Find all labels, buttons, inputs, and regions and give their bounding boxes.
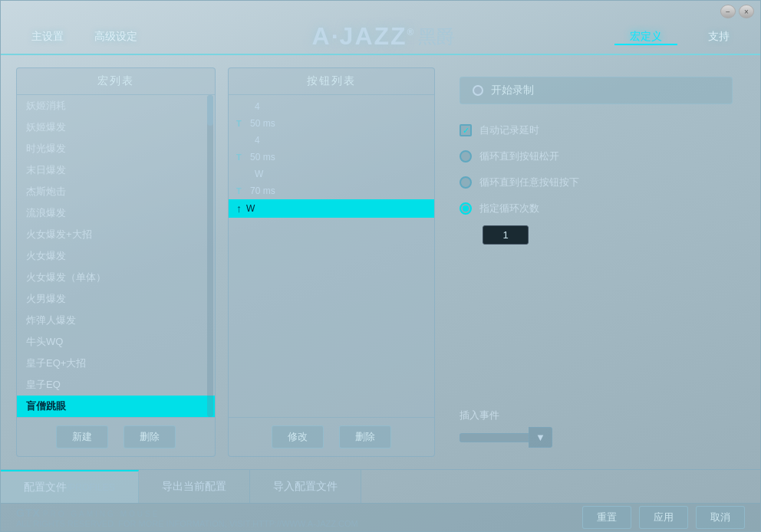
button-panel: 按钮列表 4T50 ms4T50 msWT70 ms↑W 修改 删除 bbox=[228, 67, 435, 457]
loop-anykey-radio[interactable] bbox=[460, 176, 472, 189]
logo-area: A·JAZZ® 黑爵 bbox=[153, 22, 614, 51]
profiles-tab-label: 配置文件 bbox=[24, 481, 67, 494]
button-delete-button[interactable]: 删除 bbox=[339, 425, 391, 448]
macro-new-button[interactable]: 新建 bbox=[56, 425, 108, 448]
button-list-item-label: W bbox=[246, 203, 255, 214]
button-list-item[interactable]: 4 bbox=[229, 98, 434, 115]
apply-button[interactable]: 应用 bbox=[639, 506, 688, 529]
brand-sub: PRO GAMING MOUSE bbox=[43, 510, 160, 518]
arrow-up-icon: ↑ bbox=[236, 202, 242, 215]
loop-release-label: 循环直到按钮松开 bbox=[479, 149, 559, 163]
button-list-item-label: 4 bbox=[255, 135, 260, 146]
macro-list-item[interactable]: 火女爆发+大招 bbox=[17, 224, 215, 245]
macro-list-item[interactable]: 盲僧跳眼 bbox=[17, 396, 215, 417]
main-content: 宏列表 妖姬消耗妖姬爆发时光爆发末日爆发杰斯炮击流浪爆发火女爆发+大招火女爆发火… bbox=[1, 55, 760, 469]
button-list-item-label: 50 ms bbox=[250, 118, 275, 129]
button-list-item-label: 4 bbox=[255, 101, 260, 112]
record-button-label: 开始录制 bbox=[491, 84, 534, 97]
footer-buttons: 重置 应用 取消 bbox=[582, 506, 745, 529]
macro-list-item[interactable]: 时光爆发 bbox=[17, 138, 215, 159]
option-loop-anykey[interactable]: 循环直到任意按钮按下 bbox=[460, 173, 733, 192]
record-button[interactable]: 开始录制 bbox=[460, 77, 733, 104]
insert-event-label: 插入事件 bbox=[460, 409, 733, 422]
cancel-button[interactable]: 取消 bbox=[696, 506, 745, 529]
macro-list-item[interactable]: 皇子EQ bbox=[17, 374, 215, 396]
nav-item-main-settings[interactable]: 主设置 bbox=[16, 30, 79, 44]
macro-panel-footer: 新建 删除 bbox=[17, 417, 215, 456]
insert-event-section: 插入事件 ▼ bbox=[460, 409, 733, 448]
macro-list-item[interactable]: 牛头WQ bbox=[17, 331, 215, 353]
option-auto-record[interactable]: 自动记录延时 bbox=[460, 121, 733, 140]
macro-list-item[interactable]: 末日爆发 bbox=[17, 159, 215, 181]
button-list-item-label: W bbox=[255, 169, 263, 179]
title-bar: − × bbox=[1, 1, 760, 19]
loop-anykey-label: 循环直到任意按钮按下 bbox=[479, 176, 579, 189]
loop-count-input[interactable] bbox=[483, 225, 529, 245]
minimize-button[interactable]: − bbox=[720, 5, 736, 18]
button-list-item[interactable]: T50 ms bbox=[229, 115, 434, 132]
auto-record-checkbox[interactable] bbox=[460, 124, 472, 136]
button-list-item-label: 70 ms bbox=[250, 186, 275, 196]
export-tab-label: 导出当前配置 bbox=[162, 480, 226, 494]
bottom-tab-profiles[interactable]: 配置文件 /PROFILES bbox=[1, 470, 139, 503]
button-list-item[interactable]: ↑W bbox=[229, 199, 434, 218]
footer-logo: GTX PRO GAMING MOUSE ALL RIGHTS RESERVED… bbox=[16, 507, 358, 528]
nav-right: 宏定义 支持 bbox=[614, 30, 745, 44]
button-list: 4T50 ms4T50 msWT70 ms↑W bbox=[229, 95, 434, 417]
insert-dropdown: ▼ bbox=[460, 427, 733, 448]
close-button[interactable]: × bbox=[739, 5, 754, 18]
type-badge: T bbox=[236, 153, 245, 162]
button-list-item[interactable]: T70 ms bbox=[229, 182, 434, 199]
bottom-bar: 配置文件 /PROFILES 导出当前配置 导入配置文件 bbox=[1, 469, 760, 503]
insert-dropdown-arrow[interactable]: ▼ bbox=[529, 427, 552, 448]
scrollbar-track bbox=[207, 95, 213, 417]
bottom-bar-spacer bbox=[361, 470, 760, 503]
right-panel: 开始录制 自动记录延时 循环直到按钮松开 循环直到任意按钮按下 bbox=[447, 67, 745, 457]
loop-count-radio[interactable] bbox=[460, 202, 472, 215]
macro-list-item[interactable]: 妖姬爆发 bbox=[17, 117, 215, 138]
macro-list: 妖姬消耗妖姬爆发时光爆发末日爆发杰斯炮击流浪爆发火女爆发+大招火女爆发火女爆发（… bbox=[17, 95, 215, 417]
button-panel-header: 按钮列表 bbox=[229, 68, 434, 95]
button-list-item[interactable]: T50 ms bbox=[229, 149, 434, 166]
macro-delete-button[interactable]: 删除 bbox=[124, 425, 176, 448]
macro-list-item[interactable]: 妖姬消耗 bbox=[17, 95, 215, 117]
button-panel-footer: 修改 删除 bbox=[229, 417, 434, 456]
bottom-tab-import[interactable]: 导入配置文件 bbox=[250, 470, 361, 503]
logo-chinese: 黑爵 bbox=[418, 25, 455, 49]
macro-panel-header: 宏列表 bbox=[17, 68, 215, 95]
logo-reg: ® bbox=[407, 28, 416, 38]
macro-list-item[interactable]: 炸弹人爆发 bbox=[17, 310, 215, 331]
import-tab-label: 导入配置文件 bbox=[273, 480, 338, 494]
macro-list-item[interactable]: 火男爆发 bbox=[17, 288, 215, 310]
type-badge: T bbox=[236, 119, 245, 128]
macro-list-item[interactable]: 流浪爆发 bbox=[17, 202, 215, 224]
loop-release-radio[interactable] bbox=[460, 150, 472, 163]
macro-list-item[interactable]: 皇子EQ+大招 bbox=[17, 353, 215, 374]
nav-item-support[interactable]: 支持 bbox=[693, 30, 745, 44]
button-modify-button[interactable]: 修改 bbox=[272, 425, 324, 448]
reset-button[interactable]: 重置 bbox=[582, 506, 631, 529]
insert-dropdown-input[interactable] bbox=[460, 433, 529, 442]
logo-ajazz: A·JAZZ bbox=[312, 22, 407, 50]
app-window: − × 主设置 高级设定 A·JAZZ® 黑爵 宏定义 支持 宏列表 妖姬消耗妖… bbox=[0, 0, 761, 532]
button-list-item-label: 50 ms bbox=[250, 152, 275, 163]
copyright-text: ALL RIGHTS RESERVED. FOR MORE INFORMATIO… bbox=[16, 519, 358, 528]
macro-panel: 宏列表 妖姬消耗妖姬爆发时光爆发末日爆发杰斯炮击流浪爆发火女爆发+大招火女爆发火… bbox=[16, 67, 216, 457]
macro-list-item[interactable]: 杰斯炮击 bbox=[17, 181, 215, 202]
macro-list-item[interactable]: 火女爆发 bbox=[17, 245, 215, 267]
logo-text: A·JAZZ® bbox=[312, 22, 416, 51]
footer: GTX PRO GAMING MOUSE ALL RIGHTS RESERVED… bbox=[1, 503, 760, 531]
button-list-item[interactable]: 4 bbox=[229, 132, 434, 149]
option-loop-count[interactable]: 指定循环次数 bbox=[460, 199, 733, 218]
nav-item-advanced[interactable]: 高级设定 bbox=[79, 30, 153, 44]
bottom-tab-export[interactable]: 导出当前配置 bbox=[139, 470, 250, 503]
loop-count-label: 指定循环次数 bbox=[479, 202, 539, 215]
button-list-item[interactable]: W bbox=[229, 166, 434, 182]
nav-item-macro[interactable]: 宏定义 bbox=[614, 30, 677, 45]
macro-list-item[interactable]: 火女爆发（单体） bbox=[17, 267, 215, 288]
type-badge: T bbox=[236, 186, 245, 195]
profiles-tab-sublabel: /PROFILES bbox=[67, 482, 115, 493]
brand-name: GTX bbox=[16, 507, 41, 519]
scrollbar-thumb[interactable] bbox=[207, 95, 213, 126]
option-loop-release[interactable]: 循环直到按钮松开 bbox=[460, 147, 733, 166]
